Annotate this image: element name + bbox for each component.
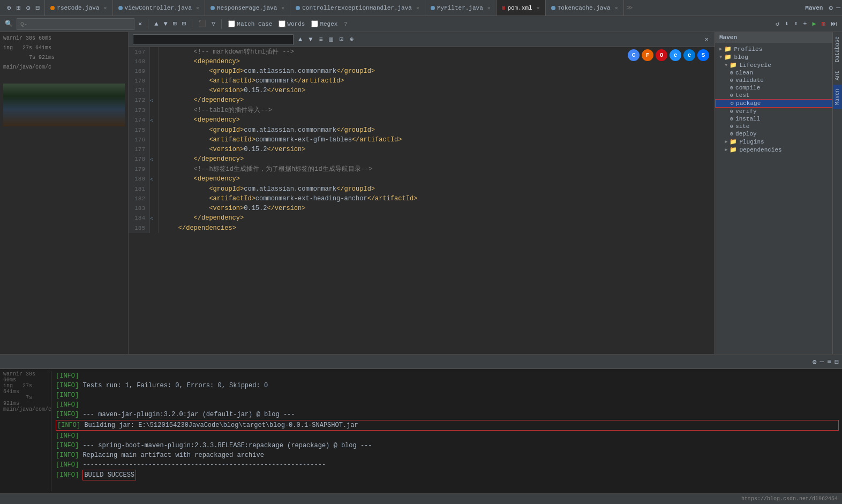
- profiles-arrow: ▶: [719, 46, 722, 52]
- sidebar-tab-database[interactable]: Database: [833, 32, 841, 66]
- tab-minimize-icon[interactable]: —: [835, 3, 842, 13]
- sidebar-tab-maven[interactable]: Maven: [833, 85, 841, 109]
- console-line-5: [INFO] --- maven-jar-plugin:3.2.0:jar (d…: [56, 410, 839, 419]
- tab-responsepage[interactable]: ResponsePage.java ✕: [205, 0, 290, 16]
- blog-folder-icon: 📁: [724, 54, 732, 61]
- split-view-icon[interactable]: ⊟: [34, 3, 41, 13]
- line-gutter-175: [150, 125, 159, 135]
- arrow-up-icon[interactable]: ▲: [153, 19, 160, 29]
- code-content[interactable]: 167 <!-- markdown转html插件 --> 168 <depend…: [129, 47, 715, 354]
- tab-label: TokenCache.java: [558, 5, 611, 11]
- m-icon[interactable]: m: [820, 19, 827, 29]
- global-search-icon[interactable]: 🔍: [3, 19, 14, 29]
- filter-icon[interactable]: ⬛: [197, 19, 208, 29]
- maven-item-dependencies[interactable]: ▶ 📁 Dependencies: [715, 146, 832, 154]
- find-tools-icon[interactable]: ⊕: [348, 35, 355, 44]
- maven-item-install[interactable]: ⚙ install: [715, 115, 832, 123]
- regex-checkbox[interactable]: [311, 20, 318, 27]
- toolbar-row: 🔍 ✕ ▲ ▼ ⊞ ⊟ ⬛ ▽ Match Case Words Regex ?: [0, 16, 842, 32]
- tab-close[interactable]: ✕: [487, 5, 491, 11]
- reload-icon[interactable]: ↺: [774, 19, 781, 29]
- maven-item-blog[interactable]: ▼ 📁 blog: [715, 53, 832, 61]
- regex-option[interactable]: Regex: [311, 20, 337, 27]
- open-icon[interactable]: ⊟: [181, 19, 187, 29]
- lifecycle-label: Lifecycle: [739, 62, 771, 69]
- settings-icon[interactable]: ⚙: [25, 3, 32, 13]
- maven-item-compile[interactable]: ⚙ compile: [715, 84, 832, 92]
- console-line-3: [INFO]: [56, 390, 839, 400]
- sidebar-tab-ant[interactable]: Ant: [833, 66, 841, 85]
- words-option[interactable]: Words: [279, 20, 305, 27]
- find-match-lines-icon[interactable]: ≡: [317, 35, 324, 44]
- line-code-167: <!-- markdown转html插件 -->: [159, 47, 715, 57]
- tab-close[interactable]: ✕: [615, 5, 618, 11]
- console-settings-icon[interactable]: ⚙: [813, 358, 817, 366]
- sep1: [148, 19, 148, 29]
- console-close-icon[interactable]: —: [820, 358, 824, 366]
- find-word-icon[interactable]: ▥: [328, 35, 335, 44]
- search-input[interactable]: [17, 18, 134, 30]
- maven-item-clean[interactable]: ⚙ clean: [715, 69, 832, 77]
- tab-label: ControllerExceptionHandler.java: [302, 5, 412, 11]
- tab-controllerexceptionhandler[interactable]: ControllerExceptionHandler.java ✕: [290, 0, 425, 16]
- maven-item-deploy[interactable]: ⚙ deploy: [715, 130, 832, 138]
- maven-item-package[interactable]: ⚙ package: [715, 99, 832, 108]
- tab-close[interactable]: ✕: [416, 5, 419, 11]
- tab-settings-icon[interactable]: ⚙: [827, 3, 835, 13]
- funnel-icon[interactable]: ▽: [210, 19, 217, 29]
- code-line-185: 185 </dependencies>: [129, 223, 715, 233]
- side-by-side-icon[interactable]: ⊞: [171, 19, 178, 29]
- tab-dot: [118, 6, 123, 10]
- tab-close[interactable]: ✕: [196, 5, 199, 11]
- more-tabs-icon[interactable]: ≫: [626, 4, 633, 12]
- tab-viewcontroller[interactable]: ViewController.java ✕: [113, 0, 205, 16]
- add-icon[interactable]: +: [801, 19, 808, 29]
- console-line-2: [INFO] Tests run: 1, Failures: 0, Errors…: [56, 381, 839, 390]
- line-code-170: <artifactId>commonmark</artifactId>: [159, 76, 715, 86]
- match-case-checkbox[interactable]: [228, 20, 235, 27]
- add-tab-icon[interactable]: ⊕: [5, 3, 13, 13]
- search-clear-icon[interactable]: ✕: [137, 19, 144, 29]
- tab-pomxml[interactable]: m pom.xml ✕: [497, 0, 546, 16]
- line-code-179: <!--h标签id生成插件，为了根据h标签的id生成导航目录-->: [159, 164, 715, 174]
- tab-tokencache[interactable]: TokenCache.java ✕: [546, 0, 624, 16]
- run-icon[interactable]: ▶: [811, 19, 818, 29]
- words-checkbox[interactable]: [279, 20, 285, 27]
- code-line-179: 179 <!--h标签id生成插件，为了根据h标签的id生成导航目录-->: [129, 164, 715, 174]
- line-num-174: 174: [129, 115, 150, 125]
- line-gutter-168: [150, 57, 159, 66]
- maven-item-site[interactable]: ⚙ site: [715, 123, 832, 130]
- split-icon[interactable]: ⊞: [15, 3, 22, 13]
- tab-myfilter[interactable]: MyFilter.java ✕: [425, 0, 497, 16]
- clean-gear-icon: ⚙: [730, 70, 733, 76]
- blog-label: blog: [734, 54, 748, 61]
- download-icon[interactable]: ⬇: [783, 19, 790, 29]
- maven-item-test[interactable]: ⚙ test: [715, 92, 832, 99]
- find-close-icon[interactable]: ✕: [703, 35, 710, 44]
- maven-item-plugins[interactable]: ▶ 📁 Plugins: [715, 138, 832, 146]
- maven-item-profiles[interactable]: ▶ 📁 Profiles: [715, 45, 832, 53]
- console-align-icon[interactable]: ⊟: [835, 358, 839, 366]
- line-num-167: 167: [129, 47, 150, 57]
- arrow-down-icon[interactable]: ▼: [162, 19, 169, 29]
- find-prev-icon[interactable]: ▲: [297, 35, 304, 44]
- tab-close[interactable]: ✕: [104, 5, 107, 11]
- forward-icon[interactable]: ⏭: [829, 19, 839, 29]
- upload-icon[interactable]: ⬆: [792, 19, 799, 29]
- tab-rseCode[interactable]: rseCode.java ✕: [45, 0, 112, 16]
- find-filter-icon[interactable]: ⊡: [338, 35, 345, 44]
- match-case-option[interactable]: Match Case: [228, 20, 272, 27]
- find-next-icon[interactable]: ▼: [307, 35, 314, 44]
- tab-close[interactable]: ✕: [281, 5, 284, 11]
- find-input[interactable]: [133, 34, 294, 45]
- console-lines-icon[interactable]: ≡: [827, 358, 831, 366]
- maven-item-verify[interactable]: ⚙ verify: [715, 108, 832, 115]
- compile-gear-icon: ⚙: [730, 85, 733, 91]
- regex-help-icon[interactable]: ?: [344, 21, 348, 27]
- maven-item-lifecycle[interactable]: ▼ 📁 Lifecycle: [715, 61, 832, 69]
- line-code-180: <dependency>: [159, 174, 715, 184]
- line-gutter-174: ◁: [150, 115, 159, 125]
- line-num-182: 182: [129, 194, 150, 204]
- maven-item-validate[interactable]: ⚙ validate: [715, 77, 832, 84]
- tab-close[interactable]: ✕: [537, 5, 540, 11]
